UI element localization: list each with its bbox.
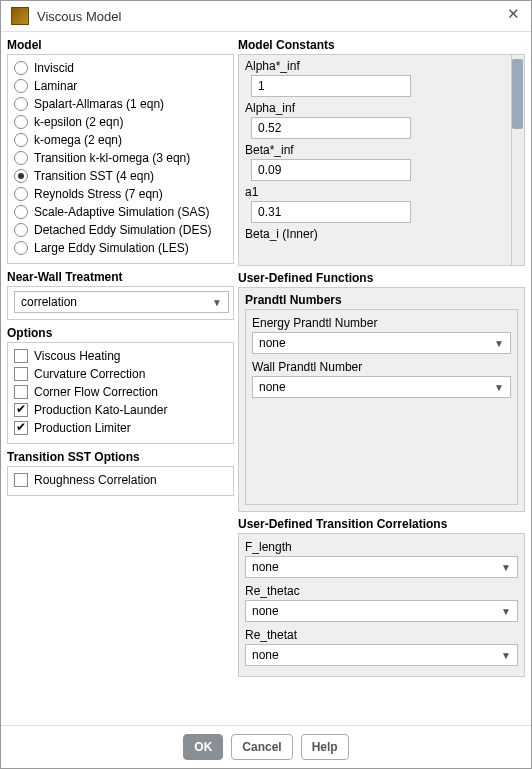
- model-option-label: Large Eddy Simulation (LES): [34, 241, 189, 255]
- checkbox-label: Production Kato-Launder: [34, 403, 167, 417]
- dropdown-value: none: [259, 336, 286, 350]
- checkbox-label: Viscous Heating: [34, 349, 121, 363]
- udf-title: User-Defined Functions: [238, 269, 525, 287]
- model-option-label: Transition k-kl-omega (3 eqn): [34, 151, 190, 165]
- model-option-label: Spalart-Allmaras (1 eqn): [34, 97, 164, 111]
- model-option[interactable]: Laminar: [14, 77, 229, 95]
- model-option-label: Detached Eddy Simulation (DES): [34, 223, 211, 237]
- radio-icon: [14, 97, 28, 111]
- dropdown-value: none: [252, 560, 279, 574]
- radio-icon: [14, 241, 28, 255]
- scrollbar[interactable]: [511, 55, 524, 265]
- cancel-button[interactable]: Cancel: [231, 734, 292, 760]
- checkbox-icon: [14, 403, 28, 417]
- model-option-label: Scale-Adaptive Simulation (SAS): [34, 205, 209, 219]
- model-option[interactable]: k-omega (2 eqn): [14, 131, 229, 149]
- model-option-label: k-omega (2 eqn): [34, 133, 122, 147]
- checkbox-option[interactable]: Roughness Correlation: [14, 471, 229, 489]
- constant-input[interactable]: 0.31: [251, 201, 411, 223]
- scrollbar-thumb[interactable]: [512, 59, 523, 129]
- model-option-label: Reynolds Stress (7 eqn): [34, 187, 163, 201]
- constant-input[interactable]: 1: [251, 75, 411, 97]
- close-icon[interactable]: ✕: [505, 8, 521, 24]
- model-option[interactable]: Inviscid: [14, 59, 229, 77]
- constant-input[interactable]: 0.09: [251, 159, 411, 181]
- checkbox-option[interactable]: Corner Flow Correction: [14, 383, 229, 401]
- field-dropdown[interactable]: none▼: [252, 332, 511, 354]
- prandtl-group: Energy Prandtl Numbernone▼Wall Prandtl N…: [245, 309, 518, 505]
- model-option[interactable]: Transition SST (4 eqn): [14, 167, 229, 185]
- tsst-group: Roughness Correlation: [7, 466, 234, 496]
- model-title: Model: [7, 36, 234, 54]
- options-title: Options: [7, 324, 234, 342]
- ok-button[interactable]: OK: [183, 734, 223, 760]
- model-option[interactable]: Reynolds Stress (7 eqn): [14, 185, 229, 203]
- chevron-down-icon: ▼: [494, 382, 504, 393]
- field-label: Re_thetat: [245, 626, 518, 644]
- chevron-down-icon: ▼: [501, 562, 511, 573]
- model-option-label: Transition SST (4 eqn): [34, 169, 154, 183]
- near-wall-dropdown[interactable]: correlation ▼: [14, 291, 229, 313]
- field-dropdown[interactable]: none▼: [245, 556, 518, 578]
- near-wall-value: correlation: [21, 295, 77, 309]
- radio-icon: [14, 61, 28, 75]
- prandtl-title: Prandtl Numbers: [245, 292, 518, 309]
- radio-icon: [14, 223, 28, 237]
- dropdown-value: none: [259, 380, 286, 394]
- window-title: Viscous Model: [37, 9, 505, 24]
- model-option[interactable]: k-epsilon (2 eqn): [14, 113, 229, 131]
- radio-icon: [14, 115, 28, 129]
- checkbox-icon: [14, 367, 28, 381]
- field-dropdown[interactable]: none▼: [245, 644, 518, 666]
- constant-input[interactable]: 0.52: [251, 117, 411, 139]
- udf-group: Prandtl Numbers Energy Prandtl Numbernon…: [238, 287, 525, 512]
- model-option[interactable]: Transition k-kl-omega (3 eqn): [14, 149, 229, 167]
- checkbox-option[interactable]: Production Limiter: [14, 419, 229, 437]
- titlebar: Viscous Model ✕: [1, 1, 531, 32]
- constant-label: Beta_i (Inner): [245, 225, 510, 241]
- constant-label: a1: [245, 183, 510, 199]
- field-dropdown[interactable]: none▼: [252, 376, 511, 398]
- app-icon: [11, 7, 29, 25]
- radio-icon: [14, 169, 28, 183]
- model-constants-pane: Alpha*_inf1Alpha_inf0.52Beta*_inf0.09a10…: [238, 54, 525, 266]
- model-option-label: k-epsilon (2 eqn): [34, 115, 123, 129]
- radio-icon: [14, 133, 28, 147]
- field-label: Energy Prandtl Number: [252, 314, 511, 332]
- checkbox-label: Corner Flow Correction: [34, 385, 158, 399]
- checkbox-label: Roughness Correlation: [34, 473, 157, 487]
- model-option[interactable]: Spalart-Allmaras (1 eqn): [14, 95, 229, 113]
- radio-icon: [14, 151, 28, 165]
- checkbox-option[interactable]: Production Kato-Launder: [14, 401, 229, 419]
- utc-group: F_lengthnone▼Re_thetacnone▼Re_thetatnone…: [238, 533, 525, 677]
- model-option[interactable]: Large Eddy Simulation (LES): [14, 239, 229, 257]
- model-constants-title: Model Constants: [238, 36, 525, 54]
- constant-label: Alpha_inf: [245, 99, 510, 115]
- dropdown-value: none: [252, 648, 279, 662]
- near-wall-group: correlation ▼: [7, 286, 234, 320]
- chevron-down-icon: ▼: [494, 338, 504, 349]
- checkbox-icon: [14, 349, 28, 363]
- model-option[interactable]: Scale-Adaptive Simulation (SAS): [14, 203, 229, 221]
- constant-label: Beta*_inf: [245, 141, 510, 157]
- utc-title: User-Defined Transition Correlations: [238, 515, 525, 533]
- checkbox-option[interactable]: Viscous Heating: [14, 347, 229, 365]
- model-option-label: Laminar: [34, 79, 77, 93]
- options-group: Viscous HeatingCurvature CorrectionCorne…: [7, 342, 234, 444]
- checkbox-icon: [14, 473, 28, 487]
- checkbox-icon: [14, 385, 28, 399]
- help-button[interactable]: Help: [301, 734, 349, 760]
- model-option[interactable]: Detached Eddy Simulation (DES): [14, 221, 229, 239]
- tsst-title: Transition SST Options: [7, 448, 234, 466]
- checkbox-option[interactable]: Curvature Correction: [14, 365, 229, 383]
- radio-icon: [14, 187, 28, 201]
- chevron-down-icon: ▼: [501, 606, 511, 617]
- radio-icon: [14, 79, 28, 93]
- checkbox-icon: [14, 421, 28, 435]
- checkbox-label: Curvature Correction: [34, 367, 145, 381]
- field-dropdown[interactable]: none▼: [245, 600, 518, 622]
- chevron-down-icon: ▼: [212, 297, 222, 308]
- chevron-down-icon: ▼: [501, 650, 511, 661]
- field-label: Re_thetac: [245, 582, 518, 600]
- field-label: F_length: [245, 538, 518, 556]
